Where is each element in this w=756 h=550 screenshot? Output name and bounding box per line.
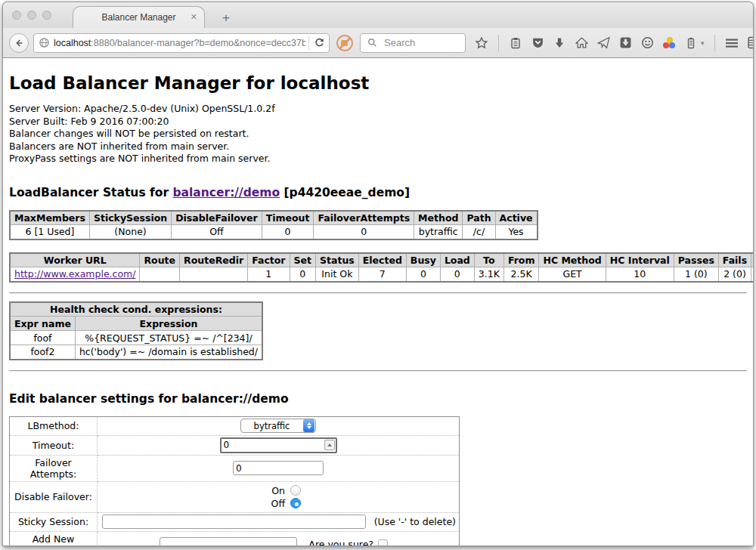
failover-attempts-label: Failover Attempts: xyxy=(10,455,98,481)
cell-route xyxy=(140,267,180,282)
window-controls xyxy=(12,11,51,20)
cell-expr-name: foof xyxy=(10,331,75,345)
page-content: Load Balancer Manager for localhost Serv… xyxy=(3,58,753,545)
radio-off-label: Off xyxy=(271,498,285,509)
cell-to: 3.1K xyxy=(474,267,503,282)
downloads-icon[interactable] xyxy=(553,36,566,50)
table-row: foof2 hc('body') =~ /domain is establish… xyxy=(10,345,262,360)
minimize-window-button[interactable] xyxy=(27,11,36,20)
add-new-worker-input[interactable] xyxy=(160,537,297,545)
browser-window: Balancer Manager ✕ + localhost:8880/bala… xyxy=(2,2,754,546)
divider xyxy=(9,370,747,372)
notice-inherit-balancers: Balancers are NOT inherited from main se… xyxy=(9,141,747,153)
tab-close-icon[interactable]: ✕ xyxy=(191,12,197,22)
server-info: Server Version: Apache/2.5.0-dev (Unix) … xyxy=(9,103,747,165)
table-header-row: Worker URL Route RouteRedir Factor Set S… xyxy=(10,253,753,267)
paper-plane-icon[interactable] xyxy=(596,36,610,50)
table-header-row: Expr name Expression xyxy=(10,317,262,331)
are-you-sure-checkbox[interactable] xyxy=(378,539,388,545)
col-elected: Elected xyxy=(358,253,406,267)
reload-icon[interactable] xyxy=(312,36,326,50)
table-row: 6 [1 Used] (None) Off 0 0 bytraffic /c/ … xyxy=(10,225,538,239)
navigation-toolbar: localhost:8880/balancer-manager?b=demo&n… xyxy=(3,28,753,58)
timeout-label: Timeout: xyxy=(10,435,98,455)
tab-balancer-manager[interactable]: Balancer Manager ✕ xyxy=(73,6,205,28)
back-button[interactable] xyxy=(9,33,29,53)
pocket-icon[interactable] xyxy=(531,36,544,50)
number-spinner-icon[interactable] xyxy=(324,440,335,450)
home-icon[interactable] xyxy=(575,36,588,50)
cell-expression: %{REQUEST_STATUS} =~ /^[234]/ xyxy=(75,331,262,345)
zoom-window-button[interactable] xyxy=(42,11,51,20)
bookmark-star-icon[interactable] xyxy=(475,36,488,50)
cell-active: Yes xyxy=(495,225,537,239)
disable-failover-off-radio[interactable] xyxy=(290,498,301,508)
cell-expr-name: foof2 xyxy=(10,345,75,360)
toolbar-divider-2 xyxy=(714,35,715,51)
cell-elected: 7 xyxy=(358,267,406,282)
table-title-row: Health check cond. expressions: xyxy=(10,302,262,317)
col-timeout: Timeout xyxy=(262,211,314,225)
cell-factor: 1 xyxy=(248,267,290,282)
cell-timeout: 0 xyxy=(262,225,314,239)
health-table-title: Health check cond. expressions: xyxy=(10,302,262,317)
hello-smiley-icon[interactable] xyxy=(640,36,654,50)
worker-url-link[interactable]: http://www.example.com/ xyxy=(14,268,135,280)
sidebar-grid-icon[interactable] xyxy=(747,36,754,50)
balancer-demo-link[interactable]: balancer://demo xyxy=(172,186,280,199)
url-bar[interactable]: localhost:8880/balancer-manager?b=demo&n… xyxy=(33,33,330,53)
close-window-button[interactable] xyxy=(12,11,21,20)
search-input[interactable] xyxy=(383,36,458,49)
cell-load: 0 xyxy=(440,267,474,282)
reading-list-icon[interactable] xyxy=(509,36,522,50)
col-expression: Expression xyxy=(75,317,262,331)
menu-hamburger-icon[interactable] xyxy=(725,36,739,50)
col-from: From xyxy=(503,253,539,267)
table-row: foof %{REQUEST_STATUS} =~ /^[234]/ xyxy=(10,331,262,345)
url-path: :8880/balancer-manager?b=demo&nonce=decc… xyxy=(91,38,305,48)
cell-hc-uri xyxy=(751,267,753,282)
col-worker-url: Worker URL xyxy=(10,253,140,267)
cell-from: 2.5K xyxy=(503,267,539,282)
new-tab-button[interactable]: + xyxy=(216,11,236,26)
col-hc-method: HC Method xyxy=(539,253,606,267)
notice-inherit-proxypass: ProxyPass settings are NOT inherited fro… xyxy=(9,153,747,165)
col-hc-interval: HC Interval xyxy=(606,253,674,267)
health-check-table: Health check cond. expressions: Expr nam… xyxy=(9,301,263,360)
status-heading-prefix: LoadBalancer Status for xyxy=(9,186,172,199)
lbmethod-selected-value: bytraffic xyxy=(241,421,302,431)
timeout-input[interactable] xyxy=(220,437,337,453)
search-bar[interactable] xyxy=(360,33,466,53)
cell-failoverattempts: 0 xyxy=(314,225,414,239)
form-row-failover-attempts: Failover Attempts: xyxy=(10,455,460,481)
failover-attempts-input[interactable] xyxy=(233,461,324,475)
disable-failover-on-radio[interactable] xyxy=(290,485,301,496)
col-status: Status xyxy=(316,253,359,267)
edit-settings-heading: Edit balancer settings for balancer://de… xyxy=(9,392,747,406)
page-title: Load Balancer Manager for localhost xyxy=(9,73,747,93)
col-maxmembers: MaxMembers xyxy=(10,211,89,225)
cell-fails: 2 (0) xyxy=(718,267,751,282)
blocked-content-icon[interactable] xyxy=(336,35,353,51)
extension-colors-icon[interactable] xyxy=(662,36,676,50)
cell-expression: hc('body') =~ /domain is established/ xyxy=(75,345,262,360)
radio-on-label: On xyxy=(271,485,285,496)
sticky-session-input[interactable] xyxy=(102,514,366,529)
toolbar-divider xyxy=(498,35,499,51)
chevron-down-icon[interactable]: ▾ xyxy=(701,39,705,47)
url-host: localhost xyxy=(54,38,91,48)
form-row-add-worker: Add New Worker: Are you sure? xyxy=(10,531,460,545)
form-row-timeout: Timeout: xyxy=(10,435,460,455)
lbmethod-select[interactable]: bytraffic xyxy=(240,419,316,433)
col-path: Path xyxy=(463,211,495,225)
download-box-icon[interactable] xyxy=(618,36,632,50)
col-set: Set xyxy=(290,253,315,267)
globe-icon xyxy=(37,36,51,50)
are-you-sure-label: Are you sure? xyxy=(308,539,373,545)
cell-hc-interval: 10 xyxy=(606,267,674,282)
cell-busy: 0 xyxy=(406,267,440,282)
col-fails: Fails xyxy=(718,253,751,267)
col-passes: Passes xyxy=(674,253,718,267)
col-factor: Factor xyxy=(248,253,290,267)
battery-icon[interactable] xyxy=(684,36,698,50)
